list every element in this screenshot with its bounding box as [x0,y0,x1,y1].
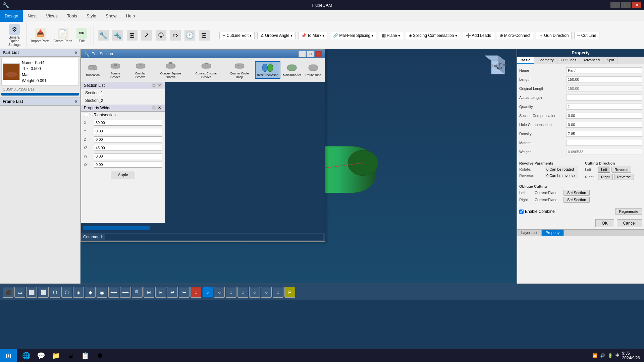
plane-button[interactable]: ▦ Plane ▾ [379,32,403,39]
field-x-input[interactable] [94,120,162,126]
toolbar-icon-6[interactable]: ⇔ [169,28,182,43]
tab-cut-lines[interactable]: Cut Lines [557,57,580,64]
menu-views[interactable]: Views [41,10,62,22]
section-list-float-btn[interactable]: □ [152,83,156,87]
truncation-button[interactable]: Truncation [83,61,103,78]
property-tab-bottom[interactable]: Property [542,230,564,236]
bt-btn-3[interactable]: ⬜ [26,287,37,298]
bt-btn-c3[interactable]: ○ [214,287,225,298]
cancel-button[interactable]: Cancel [617,219,642,227]
micro-connect-button[interactable]: ⊕ Micro-Connect [497,32,533,39]
circular-groove-button[interactable]: Circular Groove [128,60,153,80]
menu-tools[interactable]: Tools [62,10,82,22]
tab-split[interactable]: Split [603,57,618,64]
add-leads-button[interactable]: ➕ Add Leads [463,32,494,39]
bt-btn-c5[interactable]: ○ [237,287,248,298]
bt-btn-4[interactable]: ⬜ [38,287,49,298]
bt-btn-c1[interactable]: ○ [191,287,201,298]
toolbar-icon-3[interactable]: ⊞ [125,28,139,43]
section-list-close-btn[interactable]: ✕ [157,83,162,87]
prop-orig-length-input[interactable] [566,85,642,92]
section-list-item-1[interactable]: Section_1 [81,89,165,97]
taskbar-monitor[interactable]: 🖥 [64,350,77,362]
bt-btn-7[interactable]: ◈ [73,287,84,298]
menu-show[interactable]: Show [101,10,121,22]
menu-help[interactable]: Help [121,10,140,22]
prop-weight-input[interactable] [566,149,642,155]
property-widget-float-btn[interactable]: □ [152,106,156,110]
tab-advanced[interactable]: Advanced [580,57,603,64]
bt-btn-p[interactable]: P [284,287,295,298]
bt-btn-zoom[interactable]: 🔍 [132,287,143,298]
bt-btn-6[interactable]: ⬡ [61,287,72,298]
frame-list-close[interactable]: ✕ [74,100,77,104]
create-parts-button[interactable]: 📄 Create Parts [52,26,73,44]
field-y-input[interactable] [94,128,162,134]
toolbar-icon-2[interactable]: 🔩 [111,28,124,43]
bt-btn-expand[interactable]: ⊞ [144,287,154,298]
bt-btn-c7[interactable]: ○ [261,287,272,298]
taskbar-clipboard[interactable]: 📋 [78,350,92,362]
cutting-left-button[interactable]: Left [598,167,610,173]
viewport[interactable]: Y Top Left Front 🔧 [80,49,517,284]
bt-btn-c2[interactable]: ○ [202,287,213,298]
general-option-button[interactable]: ⚙ General Option Settings [5,23,24,48]
property-widget-close-btn[interactable]: ✕ [157,106,162,110]
field-rz-input[interactable] [94,145,162,151]
menu-style[interactable]: Style [82,10,101,22]
menu-nest[interactable]: Nest [23,10,41,22]
tab-basic[interactable]: Basic [517,57,534,64]
round-tube-button[interactable]: RoundTube [303,61,323,78]
part-list-close[interactable]: ✕ [74,51,77,55]
prop-section-comp-input[interactable] [566,113,642,119]
set-section-left-button[interactable]: Set Section [564,190,590,196]
bt-btn-9[interactable]: ◉ [97,287,107,298]
bt-btn-collapse[interactable]: ⊟ [155,287,166,298]
layer-list-tab[interactable]: Layer List [517,230,542,236]
field-z-input[interactable] [94,136,162,142]
square-groove-button[interactable]: Square Groove [103,60,127,80]
cutting-reverse-right-button[interactable]: Reverse [614,174,634,180]
import-parts-button[interactable]: 📥 Import Parts [30,26,51,44]
prop-hole-comp-input[interactable] [566,122,642,128]
dialog-viewport[interactable] [165,82,325,223]
maximize-button[interactable]: □ [621,2,631,8]
cut-line-button[interactable]: ─ Cut Line [574,32,599,39]
taskbar-browser[interactable]: 🌐 [19,350,33,362]
toolbar-icon-5[interactable]: ① [154,28,168,43]
bt-btn-8[interactable]: ◆ [85,287,96,298]
splicing-comp-button[interactable]: ◈ Splicing Compensation ▾ [406,32,460,39]
bt-btn-undo[interactable]: ↩ [167,287,178,298]
part-item[interactable]: Name: Part4 Thk: 0.500 Mat: Weight: 0.09… [1,58,79,85]
menu-design[interactable]: Design [0,10,23,22]
set-section-right-button[interactable]: Set Section [564,197,590,203]
bt-btn-redo[interactable]: ↪ [179,287,190,298]
inter-tube-action-button[interactable]: InterTubeAction [255,61,280,79]
cutting-reverse-left-button[interactable]: Reverse [611,167,631,173]
ok-button[interactable]: OK [595,219,614,227]
cutline-edit-button[interactable]: ✂ CutLine Edit ▾ [219,32,255,39]
cmd-input[interactable] [105,234,323,240]
regenerate-button[interactable]: Regenerate [615,208,642,215]
dialog-maximize-button[interactable]: □ [307,51,314,57]
groove-angle-button[interactable]: ∠ Groove Angle ▾ [257,32,296,39]
taskbar-chat[interactable]: 💬 [34,350,48,362]
quarter-circle-hasp-button[interactable]: Quarter Circle Hasp [224,60,254,80]
bt-btn-c4[interactable]: ○ [226,287,236,298]
to-mark-button[interactable]: 📌 To Mark ▾ [298,32,328,39]
edit-button[interactable]: ✏ Edit [75,26,89,44]
dialog-close-button[interactable]: ✕ [315,51,322,57]
apply-button[interactable]: Apply [111,171,135,179]
toolbar-icon-4[interactable]: ↗ [140,28,153,43]
bt-btn-2[interactable]: ▭ [14,287,25,298]
field-ry-input[interactable] [94,153,162,159]
bt-btn-10[interactable]: ⟵ [108,287,119,298]
bt-btn-1[interactable]: ⬛ [3,287,13,298]
prop-actual-length-input[interactable] [566,95,642,101]
taskbar-start-button[interactable]: ⊞ [0,349,17,362]
toolbar-icon-8[interactable]: ⊟ [198,28,211,43]
section-list-item-2[interactable]: Section_2 [81,97,165,105]
convex-square-groove-button[interactable]: Convex Square Groove [153,60,188,80]
prop-length-input[interactable] [566,76,642,82]
close-button[interactable]: ✕ [632,2,641,8]
